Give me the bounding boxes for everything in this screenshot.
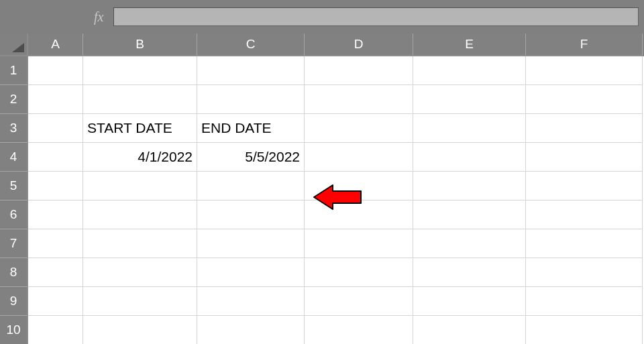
column-header-F[interactable]: F <box>526 34 643 56</box>
cell-C6[interactable] <box>197 200 305 229</box>
cell-D7[interactable] <box>305 229 413 258</box>
cell-E10[interactable] <box>413 316 526 344</box>
cell-B4[interactable]: 4/1/2022 <box>83 143 197 172</box>
column-header-C[interactable]: C <box>197 34 305 56</box>
column-header-B[interactable]: B <box>83 34 197 56</box>
cell-C3[interactable]: END DATE <box>197 114 305 143</box>
cell-D10[interactable] <box>305 316 413 344</box>
column-header-row: A B C D E F <box>0 34 644 56</box>
row-header-2[interactable]: 2 <box>0 85 28 114</box>
cell-E5[interactable] <box>413 172 526 200</box>
cell-A10[interactable] <box>28 316 83 344</box>
cell-A8[interactable] <box>28 258 83 287</box>
row-header-8[interactable]: 8 <box>0 258 28 287</box>
cell-B10[interactable] <box>83 316 197 344</box>
cell-C5[interactable] <box>197 172 305 200</box>
cell-D2[interactable] <box>305 85 413 114</box>
cell-E1[interactable] <box>413 56 526 85</box>
row-header-9[interactable]: 9 <box>0 287 28 316</box>
column-header-A[interactable]: A <box>28 34 83 56</box>
cell-A7[interactable] <box>28 229 83 258</box>
cell-C9[interactable] <box>197 287 305 316</box>
column-header-E[interactable]: E <box>413 34 526 56</box>
cell-F6[interactable] <box>526 200 643 229</box>
cell-B8[interactable] <box>83 258 197 287</box>
fx-icon[interactable]: fx <box>94 9 103 25</box>
cell-D1[interactable] <box>305 56 413 85</box>
cell-A2[interactable] <box>28 85 83 114</box>
row-header-3[interactable]: 3 <box>0 114 28 143</box>
cell-B1[interactable] <box>83 56 197 85</box>
select-all-button[interactable] <box>0 34 28 56</box>
cell-C1[interactable] <box>197 56 305 85</box>
cell-F5[interactable] <box>526 172 643 200</box>
cell-A6[interactable] <box>28 200 83 229</box>
cell-D3[interactable] <box>305 114 413 143</box>
cell-F1[interactable] <box>526 56 643 85</box>
cell-F3[interactable] <box>526 114 643 143</box>
cell-F4[interactable] <box>526 143 643 172</box>
row-header-10[interactable]: 10 <box>0 316 28 344</box>
cell-F10[interactable] <box>526 316 643 344</box>
cell-F8[interactable] <box>526 258 643 287</box>
cell-D8[interactable] <box>305 258 413 287</box>
cell-A3[interactable] <box>28 114 83 143</box>
cell-D5[interactable] <box>305 172 413 200</box>
cell-E7[interactable] <box>413 229 526 258</box>
cell-D4[interactable] <box>305 143 413 172</box>
cell-A1[interactable] <box>28 56 83 85</box>
cell-B2[interactable] <box>83 85 197 114</box>
cell-E8[interactable] <box>413 258 526 287</box>
row-header-4[interactable]: 4 <box>0 143 28 172</box>
cell-A5[interactable] <box>28 172 83 200</box>
cell-E9[interactable] <box>413 287 526 316</box>
cell-E2[interactable] <box>413 85 526 114</box>
worksheet: A B C D E F 1 2 3 4 5 6 7 8 9 10 <box>0 34 644 344</box>
cell-C4[interactable]: 5/5/2022 <box>197 143 305 172</box>
cell-B3[interactable]: START DATE <box>83 114 197 143</box>
cell-C10[interactable] <box>197 316 305 344</box>
cell-A4[interactable] <box>28 143 83 172</box>
row-header-6[interactable]: 6 <box>0 200 28 229</box>
cell-E6[interactable] <box>413 200 526 229</box>
row-header-1[interactable]: 1 <box>0 56 28 85</box>
cell-grid: START DATE END DATE 4/1/2022 5/5/2022 <box>28 56 643 344</box>
formula-bar: fx <box>0 0 644 34</box>
column-header-D[interactable]: D <box>305 34 413 56</box>
cell-B6[interactable] <box>83 200 197 229</box>
cell-F2[interactable] <box>526 85 643 114</box>
cell-B7[interactable] <box>83 229 197 258</box>
cell-D6[interactable] <box>305 200 413 229</box>
cell-E4[interactable] <box>413 143 526 172</box>
cell-F9[interactable] <box>526 287 643 316</box>
cell-E3[interactable] <box>413 114 526 143</box>
row-header-column: 1 2 3 4 5 6 7 8 9 10 <box>0 56 28 344</box>
cell-F7[interactable] <box>526 229 643 258</box>
cell-D9[interactable] <box>305 287 413 316</box>
cell-C8[interactable] <box>197 258 305 287</box>
formula-input[interactable] <box>113 7 639 26</box>
cell-C2[interactable] <box>197 85 305 114</box>
cell-B5[interactable] <box>83 172 197 200</box>
row-header-7[interactable]: 7 <box>0 229 28 258</box>
row-header-5[interactable]: 5 <box>0 172 28 200</box>
cell-B9[interactable] <box>83 287 197 316</box>
cell-A9[interactable] <box>28 287 83 316</box>
cell-C7[interactable] <box>197 229 305 258</box>
